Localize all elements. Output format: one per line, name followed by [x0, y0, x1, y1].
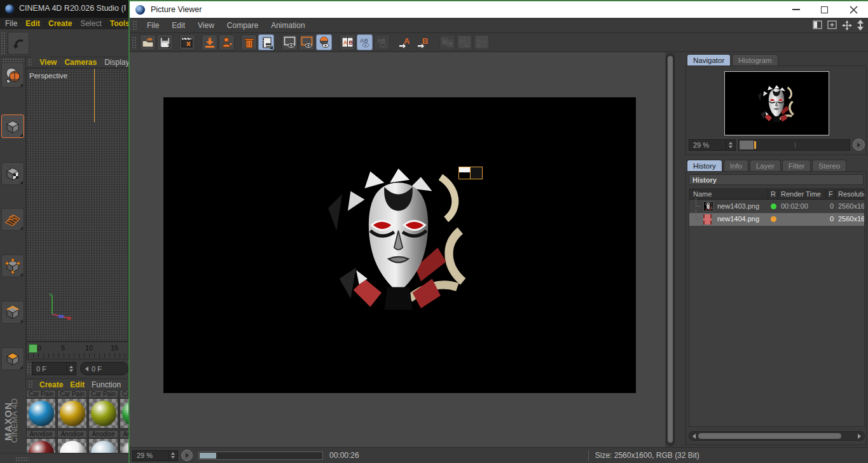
history-horizontal-scrollbar[interactable]: [689, 431, 865, 441]
material-tile[interactable]: Car Pain: [120, 390, 128, 429]
pv-menu-view[interactable]: View: [198, 21, 214, 30]
c4d-menu-file[interactable]: File: [5, 19, 17, 28]
material-thumbnail[interactable]: [88, 438, 118, 453]
col-render-time[interactable]: Render Time: [781, 190, 821, 198]
vertical-scrollbar-thumb[interactable]: [668, 56, 673, 443]
horizontal-scrollbar-thumb[interactable]: [698, 433, 841, 439]
undo-button[interactable]: [8, 32, 29, 55]
move-panel-icon[interactable]: [842, 20, 852, 31]
c4d-toolbar-grip[interactable]: [1, 32, 5, 55]
viewport-camera-label[interactable]: Perspective: [29, 72, 67, 79]
zoom-slider-marker[interactable]: [754, 141, 756, 149]
col-name[interactable]: Name: [693, 190, 712, 198]
scroll-right-arrow-icon[interactable]: [858, 434, 861, 439]
viewport-menu-cameras[interactable]: Cameras: [64, 58, 97, 67]
save-file-button[interactable]: ?: [157, 34, 173, 50]
minimize-button[interactable]: [785, 3, 807, 17]
material-thumbnail[interactable]: [120, 438, 128, 453]
c4d-menu-select[interactable]: Select: [80, 19, 101, 28]
pv-toolbar-grip[interactable]: [132, 36, 136, 49]
image-manager-button[interactable]: [258, 34, 274, 50]
move-image-down-button[interactable]: [202, 34, 217, 50]
maximize-button[interactable]: [813, 3, 835, 17]
history-row[interactable]: new1403.png 00:02:00 0 2560x1600: [689, 200, 864, 213]
material-tile[interactable]: Anodise: [26, 430, 56, 453]
col-f[interactable]: F: [829, 190, 833, 198]
canvas-vertical-scrollbar[interactable]: [666, 53, 675, 446]
tab-layer[interactable]: Layer: [750, 160, 781, 171]
statusbar-zoom-stepper[interactable]: [168, 451, 177, 460]
new-panel-icon[interactable]: [827, 20, 837, 30]
pv-menubar-grip[interactable]: [132, 20, 137, 31]
viewport-menubar-grip[interactable]: [28, 59, 32, 67]
rendered-image[interactable]: [328, 169, 469, 310]
history-row-selected[interactable]: new1404.png 0 2560x1600: [689, 213, 864, 226]
tab-stereo[interactable]: Stereo: [812, 160, 846, 171]
delete-image-button[interactable]: [241, 34, 257, 50]
open-file-button[interactable]: [140, 34, 156, 50]
navigator-options-button[interactable]: [853, 139, 865, 151]
tab-info[interactable]: Info: [724, 160, 748, 171]
material-menu-create[interactable]: Create: [39, 380, 63, 389]
frame-number-field[interactable]: 0 F: [32, 362, 76, 375]
ab-stack-layout-button[interactable]: A B: [474, 34, 490, 50]
set-image-b-button[interactable]: B: [416, 34, 432, 50]
material-tile[interactable]: Car Pain: [57, 390, 87, 429]
col-resolution[interactable]: Resolution: [838, 190, 865, 198]
split-layout-icon[interactable]: [813, 20, 823, 30]
pv-menu-file[interactable]: File: [147, 21, 159, 30]
statusbar-play-button[interactable]: [181, 450, 193, 461]
c4d-menu-create[interactable]: Create: [48, 19, 72, 28]
material-thumbnail[interactable]: [57, 398, 87, 429]
set-image-a-button[interactable]: A: [397, 34, 413, 50]
tab-history[interactable]: History: [687, 160, 722, 171]
statusbar-zoom-field[interactable]: 29 %: [132, 450, 178, 461]
history-row-name[interactable]: new1403.png: [717, 202, 759, 210]
left-palette-grip[interactable]: [2, 58, 24, 62]
tab-filter[interactable]: Filter: [782, 160, 811, 171]
material-tile[interactable]: Anodise: [88, 430, 118, 453]
viewport-menu-view[interactable]: View: [39, 58, 57, 67]
polygons-mode-button[interactable]: [1, 347, 24, 370]
send-to-viewer-button[interactable]: [219, 34, 235, 50]
material-menubar-grip[interactable]: [28, 380, 32, 389]
compare-ab-button[interactable]: A B: [340, 34, 355, 50]
material-menu-edit[interactable]: Edit: [70, 380, 85, 389]
view-single-image-button[interactable]: [282, 34, 298, 50]
timeline-marker[interactable]: [29, 344, 38, 353]
dock-arrows-icon[interactable]: [857, 20, 864, 31]
points-mode-button[interactable]: [1, 254, 24, 277]
texture-mode-button[interactable]: [1, 162, 24, 185]
c4d-statusbar-grip[interactable]: [15, 457, 29, 461]
navigator-zoom-stepper[interactable]: [726, 140, 735, 150]
material-tile[interactable]: Anodise: [120, 430, 128, 453]
material-menu-function[interactable]: Function: [92, 380, 125, 389]
material-thumbnail[interactable]: [88, 398, 118, 429]
c4d-menu-tools[interactable]: Tools: [110, 19, 130, 28]
workplane-mode-button[interactable]: [1, 208, 24, 231]
frame-fields-grip[interactable]: [27, 363, 31, 375]
model-mode-button[interactable]: [1, 114, 24, 138]
compare-ab-hidden-button[interactable]: AB: [374, 34, 390, 50]
view-compare-frame-button[interactable]: [299, 34, 315, 50]
navigator-thumbnail-frame[interactable]: [724, 71, 829, 135]
pv-menu-edit[interactable]: Edit: [172, 21, 185, 30]
viewport[interactable]: Perspective Y: [26, 68, 128, 342]
navigator-zoom-field[interactable]: 29 %: [689, 139, 736, 151]
timeline-ruler[interactable]: 0 5 10 15: [26, 342, 128, 359]
tab-histogram[interactable]: Histogram: [732, 54, 778, 66]
material-thumbnail[interactable]: [120, 398, 128, 429]
compare-ab-visible-button[interactable]: AB: [357, 34, 373, 50]
material-tile[interactable]: Car Pain: [88, 390, 118, 429]
make-preview-button[interactable]: [179, 34, 195, 50]
viewport-menu-display[interactable]: Display: [104, 58, 128, 67]
swap-ab-button[interactable]: A B: [439, 34, 455, 50]
pv-menu-animation[interactable]: Animation: [271, 21, 305, 30]
material-tile[interactable]: Anodise: [57, 430, 87, 453]
scroll-left-arrow-icon[interactable]: [692, 434, 696, 439]
navigator-zoom-slider[interactable]: [738, 139, 850, 151]
material-thumbnail[interactable]: [26, 438, 56, 453]
pv-titlebar[interactable]: Picture Viewer: [130, 1, 868, 18]
frame-number-stepper[interactable]: [66, 363, 76, 375]
material-thumbnail[interactable]: [26, 398, 56, 429]
